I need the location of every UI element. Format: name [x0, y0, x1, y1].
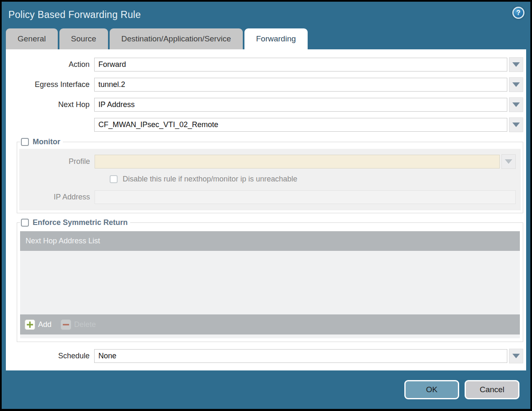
title-bar: Policy Based Forwarding Rule ?: [2, 2, 530, 28]
forwarding-tab-panel: Action Forward Egress Interface tunnel.2…: [6, 49, 526, 370]
enforce-symmetric-return-label: Enforce Symmetric Return: [33, 218, 128, 227]
profile-label: Profile: [19, 157, 95, 166]
next-hop-label: Next Hop: [6, 100, 94, 109]
monitor-ip-address-input[interactable]: [95, 190, 516, 204]
enforce-symmetric-return-legend: Enforce Symmetric Return: [20, 218, 130, 227]
enforce-symmetric-return-checkbox[interactable]: [21, 219, 29, 227]
delete-button[interactable]: Delete: [61, 319, 96, 330]
enforce-symmetric-return-fieldset: Enforce Symmetric Return Next Hop Addres…: [17, 218, 523, 342]
tab-forwarding[interactable]: Forwarding: [244, 28, 308, 49]
schedule-select[interactable]: None: [94, 349, 507, 363]
ok-button[interactable]: OK: [404, 380, 459, 399]
profile-select[interactable]: [95, 155, 500, 168]
profile-row: Profile: [19, 154, 516, 169]
next-hop-address-list-header: Next Hop Address List: [20, 231, 520, 251]
dialog-footer: OK Cancel: [2, 370, 530, 409]
egress-interface-dropdown-button[interactable]: [509, 77, 523, 92]
monitor-fieldset: Monitor Profile Disable this rule if nex…: [17, 138, 523, 213]
schedule-dropdown-button[interactable]: [509, 349, 523, 363]
tab-bar: General Source Destination/Application/S…: [2, 28, 530, 49]
table-bottom-strip: [20, 334, 520, 338]
chevron-down-icon: [512, 62, 520, 67]
delete-button-label: Delete: [74, 320, 96, 329]
disable-rule-checkbox[interactable]: [110, 175, 118, 183]
monitor-panel: Profile Disable this rule if nexthop/mon…: [19, 149, 521, 210]
action-dropdown-button[interactable]: [509, 57, 523, 72]
tab-source[interactable]: Source: [59, 28, 108, 49]
tab-general[interactable]: General: [6, 28, 58, 49]
next-hop-address-input[interactable]: CF_MWAN_IPsec_VTI_02_Remote: [94, 118, 507, 132]
chevron-down-icon: [505, 159, 512, 164]
next-hop-select[interactable]: IP Address: [94, 98, 507, 112]
help-icon-glyph: ?: [517, 9, 521, 17]
schedule-label: Schedule: [6, 352, 94, 360]
plus-icon: [25, 319, 35, 330]
add-button-label: Add: [38, 320, 51, 329]
action-row: Action Forward: [6, 57, 523, 72]
next-hop-address-list-table: Next Hop Address List Add Delete: [20, 231, 520, 338]
add-button[interactable]: Add: [25, 319, 51, 330]
egress-interface-row: Egress Interface tunnel.2: [6, 77, 523, 92]
next-hop-address-dropdown-button[interactable]: [509, 117, 523, 132]
dialog-title: Policy Based Forwarding Rule: [8, 9, 141, 20]
minus-icon: [61, 319, 71, 330]
schedule-row: Schedule None: [6, 349, 523, 363]
disable-rule-row: Disable this rule if nexthop/monitor ip …: [110, 175, 521, 184]
next-hop-address-row: CF_MWAN_IPsec_VTI_02_Remote: [6, 117, 523, 132]
monitor-ip-address-label: IP Address: [19, 193, 95, 202]
monitor-ip-address-row: IP Address: [19, 190, 516, 204]
chevron-down-icon: [512, 354, 520, 358]
tab-destination-application-service[interactable]: Destination/Application/Service: [110, 28, 243, 49]
cancel-button[interactable]: Cancel: [465, 380, 519, 399]
next-hop-address-list-toolbar: Add Delete: [20, 314, 520, 334]
next-hop-row: Next Hop IP Address: [6, 97, 523, 112]
pbf-rule-dialog: Policy Based Forwarding Rule ? General S…: [2, 2, 530, 409]
profile-dropdown-button[interactable]: [501, 154, 516, 169]
next-hop-dropdown-button[interactable]: [509, 97, 523, 112]
monitor-label: Monitor: [33, 138, 60, 146]
next-hop-address-list-body[interactable]: [20, 251, 520, 314]
egress-interface-select[interactable]: tunnel.2: [94, 78, 507, 92]
action-select[interactable]: Forward: [94, 58, 507, 71]
egress-interface-label: Egress Interface: [6, 80, 94, 89]
action-label: Action: [6, 60, 94, 69]
chevron-down-icon: [512, 82, 520, 87]
chevron-down-icon: [512, 123, 520, 127]
chevron-down-icon: [512, 102, 520, 107]
disable-rule-label: Disable this rule if nexthop/monitor ip …: [123, 175, 297, 184]
help-icon[interactable]: ?: [512, 7, 524, 19]
monitor-legend: Monitor: [20, 138, 63, 146]
monitor-checkbox[interactable]: [21, 138, 29, 146]
